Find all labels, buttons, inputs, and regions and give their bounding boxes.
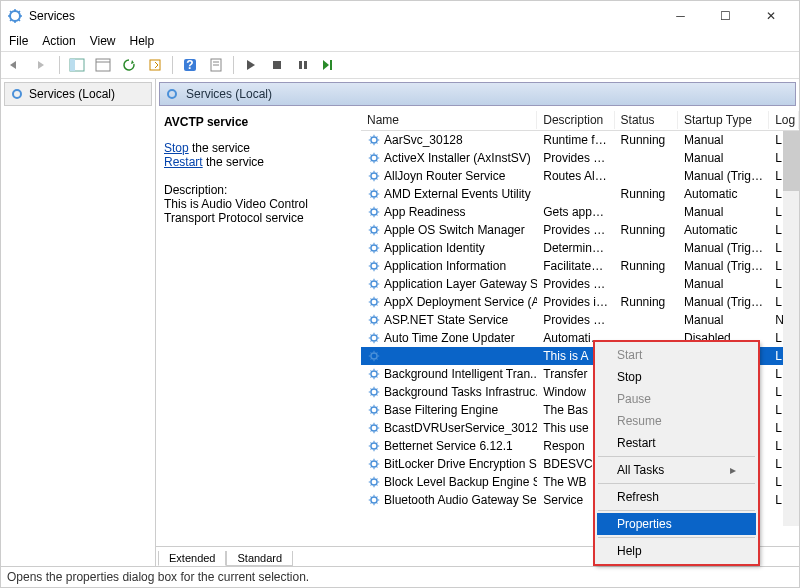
tab-extended[interactable]: Extended: [158, 551, 226, 566]
service-row[interactable]: Apple OS Switch ManagerProvides sup...Ru…: [361, 221, 799, 239]
refresh-toolbar-button[interactable]: [118, 54, 140, 76]
service-row[interactable]: Application InformationFacilitates th...…: [361, 257, 799, 275]
svg-point-19: [371, 173, 377, 179]
vertical-scrollbar[interactable]: [783, 131, 799, 526]
ctx-start[interactable]: Start: [597, 344, 756, 366]
toolbar: ?: [1, 51, 799, 79]
column-headers: Name Description Status Startup Type Log: [361, 109, 799, 131]
svg-point-18: [371, 155, 377, 161]
service-row[interactable]: AppX Deployment Service (A...Provides in…: [361, 293, 799, 311]
ctx-all-tasks[interactable]: All Tasks▸: [597, 459, 756, 481]
svg-point-35: [371, 461, 377, 467]
ctx-properties[interactable]: Properties: [597, 513, 756, 535]
window-title: Services: [29, 9, 75, 23]
col-status[interactable]: Status: [615, 111, 678, 129]
console-tree-pane: Services (Local): [1, 79, 156, 566]
svg-point-31: [371, 389, 377, 395]
svg-point-29: [371, 353, 377, 359]
stop-service-link[interactable]: Stop: [164, 141, 189, 155]
services-app-icon: [7, 8, 23, 24]
minimize-button[interactable]: ─: [658, 2, 703, 30]
restart-service-link[interactable]: Restart: [164, 155, 203, 169]
menu-help[interactable]: Help: [130, 34, 155, 48]
col-description[interactable]: Description: [537, 111, 614, 129]
svg-rect-12: [299, 61, 302, 69]
chevron-right-icon: ▸: [730, 463, 736, 477]
gear-icon: [9, 86, 25, 102]
svg-rect-11: [273, 61, 281, 69]
svg-point-32: [371, 407, 377, 413]
svg-point-26: [371, 299, 377, 305]
svg-point-17: [371, 137, 377, 143]
col-logon[interactable]: Log: [769, 111, 799, 129]
details-header: Services (Local): [159, 82, 796, 106]
gear-icon: [164, 86, 180, 102]
svg-point-22: [371, 227, 377, 233]
help-topics-button[interactable]: [205, 54, 227, 76]
svg-point-36: [371, 479, 377, 485]
svg-point-15: [13, 90, 21, 98]
svg-point-28: [371, 335, 377, 341]
svg-rect-3: [96, 59, 110, 71]
start-service-button[interactable]: [240, 54, 262, 76]
menu-file[interactable]: File: [9, 34, 28, 48]
nav-back-button[interactable]: [5, 54, 27, 76]
service-row[interactable]: Application IdentityDetermines ...Manual…: [361, 239, 799, 257]
tree-node-services-local[interactable]: Services (Local): [4, 82, 152, 106]
service-row[interactable]: ASP.NET State ServiceProvides sup...Manu…: [361, 311, 799, 329]
menu-action[interactable]: Action: [42, 34, 75, 48]
svg-point-33: [371, 425, 377, 431]
svg-rect-2: [70, 59, 75, 71]
svg-point-37: [371, 497, 377, 503]
status-bar: Opens the properties dialog box for the …: [1, 567, 799, 587]
description-label: Description:: [164, 183, 353, 197]
service-row[interactable]: App ReadinessGets apps re...ManualLoc: [361, 203, 799, 221]
service-description-pane: AVCTP service Stop the service Restart t…: [156, 109, 361, 546]
svg-point-20: [371, 191, 377, 197]
pause-service-button[interactable]: [292, 54, 314, 76]
help-toolbar-button[interactable]: ?: [179, 54, 201, 76]
tab-standard[interactable]: Standard: [226, 551, 293, 566]
ctx-refresh[interactable]: Refresh: [597, 486, 756, 508]
svg-point-21: [371, 209, 377, 215]
svg-point-27: [371, 317, 377, 323]
service-row[interactable]: Application Layer Gateway S...Provides s…: [361, 275, 799, 293]
menubar: File Action View Help: [1, 31, 799, 51]
svg-point-16: [168, 90, 176, 98]
ctx-restart[interactable]: Restart: [597, 432, 756, 454]
svg-rect-14: [330, 60, 332, 70]
col-name[interactable]: Name: [361, 111, 537, 129]
ctx-pause[interactable]: Pause: [597, 388, 756, 410]
ctx-help[interactable]: Help: [597, 540, 756, 562]
service-row[interactable]: AarSvc_30128Runtime for ...RunningManual…: [361, 131, 799, 149]
menu-view[interactable]: View: [90, 34, 116, 48]
svg-rect-13: [304, 61, 307, 69]
close-button[interactable]: ✕: [748, 2, 793, 30]
stop-service-button[interactable]: [266, 54, 288, 76]
service-row[interactable]: AMD External Events UtilityRunningAutoma…: [361, 185, 799, 203]
maximize-button[interactable]: ☐: [703, 2, 748, 30]
service-row[interactable]: ActiveX Installer (AxInstSV)Provides Use…: [361, 149, 799, 167]
svg-point-24: [371, 263, 377, 269]
svg-point-25: [371, 281, 377, 287]
ctx-stop[interactable]: Stop: [597, 366, 756, 388]
ctx-resume[interactable]: Resume: [597, 410, 756, 432]
export-list-button[interactable]: [144, 54, 166, 76]
restart-service-button[interactable]: [318, 54, 340, 76]
titlebar: Services ─ ☐ ✕: [1, 1, 799, 31]
properties-toolbar-button[interactable]: [92, 54, 114, 76]
selected-service-name: AVCTP service: [164, 115, 353, 129]
col-startup[interactable]: Startup Type: [678, 111, 769, 129]
nav-forward-button[interactable]: [31, 54, 53, 76]
context-menu: Start Stop Pause Resume Restart All Task…: [594, 341, 759, 565]
svg-point-34: [371, 443, 377, 449]
svg-text:?: ?: [186, 58, 193, 72]
svg-point-30: [371, 371, 377, 377]
show-hide-console-tree-button[interactable]: [66, 54, 88, 76]
service-row[interactable]: AllJoyn Router ServiceRoutes AllJo...Man…: [361, 167, 799, 185]
description-text: This is Audio Video Control Transport Pr…: [164, 197, 353, 225]
svg-point-23: [371, 245, 377, 251]
